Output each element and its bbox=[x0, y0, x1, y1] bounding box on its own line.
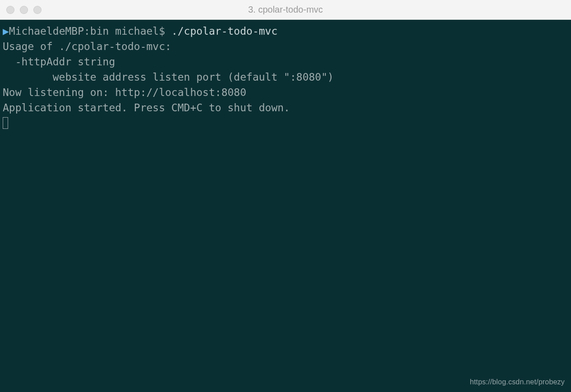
maximize-button[interactable] bbox=[33, 6, 41, 14]
minimize-button[interactable] bbox=[20, 6, 28, 14]
terminal-window: 3. cpolar-todo-mvc ▶MichaeldeMBP:bin mic… bbox=[0, 0, 571, 392]
window-title: 3. cpolar-todo-mvc bbox=[248, 5, 323, 15]
output-line-4: Now listening on: http://localhost:8080 bbox=[3, 87, 246, 98]
output-line-2: -httpAddr string bbox=[3, 56, 115, 68]
watermark-text: https://blog.csdn.net/probezy bbox=[470, 377, 565, 387]
terminal-cursor bbox=[3, 117, 8, 129]
command-text: ./cpolar-todo-mvc bbox=[171, 25, 277, 37]
prompt-text: MichaeldeMBP:bin michael$ bbox=[9, 25, 171, 37]
terminal-body[interactable]: ▶MichaeldeMBP:bin michael$ ./cpolar-todo… bbox=[0, 20, 571, 392]
prompt-arrow-icon: ▶ bbox=[3, 25, 9, 37]
titlebar[interactable]: 3. cpolar-todo-mvc bbox=[0, 0, 571, 20]
traffic-lights bbox=[6, 6, 41, 14]
output-line-3: website address listen port (default ":8… bbox=[3, 71, 334, 83]
close-button[interactable] bbox=[6, 6, 14, 14]
output-line-1: Usage of ./cpolar-todo-mvc: bbox=[3, 41, 171, 52]
output-line-5: Application started. Press CMD+C to shut… bbox=[3, 102, 290, 114]
